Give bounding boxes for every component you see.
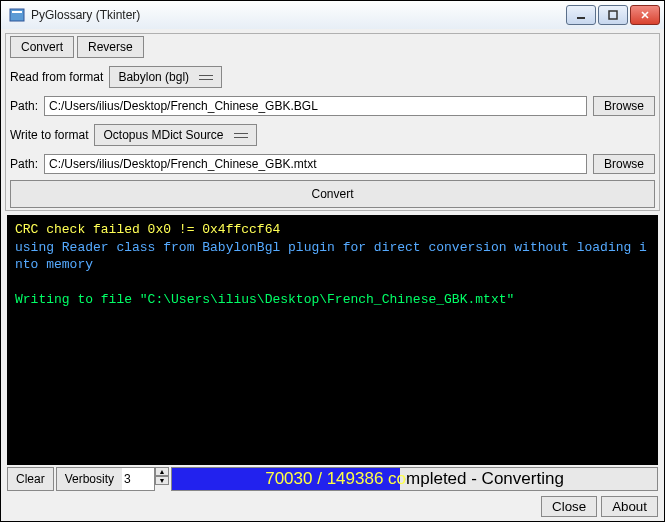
convert-button[interactable]: Convert xyxy=(10,180,655,208)
read-path-input[interactable] xyxy=(44,96,587,116)
read-path-label: Path: xyxy=(10,99,38,113)
read-format-row: Read from format Babylon (bgl) xyxy=(10,62,655,92)
verbosity-up-button[interactable]: ▲ xyxy=(155,467,169,476)
minimize-icon xyxy=(576,10,586,20)
read-path-row: Path: Browse xyxy=(10,92,655,120)
progress-label: 70030 / 149386 completed - Converting 70… xyxy=(172,468,657,490)
write-format-label: Write to format xyxy=(10,128,88,142)
read-browse-button[interactable]: Browse xyxy=(593,96,655,116)
write-format-row: Write to format Octopus MDict Source xyxy=(10,120,655,150)
close-icon xyxy=(640,10,650,20)
write-format-optionmenu[interactable]: Octopus MDict Source xyxy=(94,124,256,146)
verbosity-down-button[interactable]: ▼ xyxy=(155,476,169,485)
log-console[interactable]: CRC check failed 0x0 != 0x4ffccf64 using… xyxy=(7,215,658,465)
maximize-icon xyxy=(608,10,618,20)
write-browse-button[interactable]: Browse xyxy=(593,154,655,174)
dropdown-indicator-icon xyxy=(199,75,213,80)
tabs: Convert Reverse xyxy=(10,36,655,58)
read-format-value: Babylon (bgl) xyxy=(118,70,189,84)
read-format-label: Read from format xyxy=(10,70,103,84)
convert-panel: Convert Reverse Read from format Babylon… xyxy=(5,33,660,211)
log-line: CRC check failed 0x0 != 0x4ffccf64 xyxy=(15,222,280,237)
titlebar: PyGlossary (Tkinter) xyxy=(1,1,664,30)
dropdown-indicator-icon xyxy=(234,133,248,138)
window-title: PyGlossary (Tkinter) xyxy=(31,8,566,22)
tab-convert[interactable]: Convert xyxy=(10,36,74,58)
svg-rect-0 xyxy=(10,9,24,21)
write-path-row: Path: Browse xyxy=(10,150,655,178)
progress-bar: 70030 / 149386 completed - Converting 70… xyxy=(171,467,658,491)
tab-reverse[interactable]: Reverse xyxy=(77,36,144,58)
verbosity-spinner: ▲ ▼ xyxy=(155,467,169,491)
verbosity-input[interactable] xyxy=(122,467,155,491)
window-buttons xyxy=(566,5,660,25)
close-button[interactable]: Close xyxy=(541,496,597,517)
read-format-optionmenu[interactable]: Babylon (bgl) xyxy=(109,66,222,88)
log-line: Writing to file "C:\Users\ilius\Desktop\… xyxy=(15,292,514,307)
write-path-label: Path: xyxy=(10,157,38,171)
write-path-input[interactable] xyxy=(44,154,587,174)
minimize-button[interactable] xyxy=(566,5,596,25)
maximize-button[interactable] xyxy=(598,5,628,25)
client-area: Convert Reverse Read from format Babylon… xyxy=(1,29,664,521)
clear-button[interactable]: Clear xyxy=(7,467,54,491)
close-window-button[interactable] xyxy=(630,5,660,25)
app-icon xyxy=(9,7,25,23)
about-button[interactable]: About xyxy=(601,496,658,517)
footer-row: Close About xyxy=(1,493,664,521)
svg-rect-1 xyxy=(12,11,22,13)
status-row: Clear Verbosity ▲ ▼ 70030 / 149386 compl… xyxy=(7,467,658,491)
app-window: PyGlossary (Tkinter) Convert Reverse Rea… xyxy=(0,0,665,522)
log-line: using Reader class from BabylonBgl plugi… xyxy=(15,240,647,273)
verbosity-label: Verbosity xyxy=(56,467,122,491)
write-format-value: Octopus MDict Source xyxy=(103,128,223,142)
svg-rect-3 xyxy=(609,11,617,19)
verbosity-group: Verbosity ▲ ▼ xyxy=(56,467,169,491)
